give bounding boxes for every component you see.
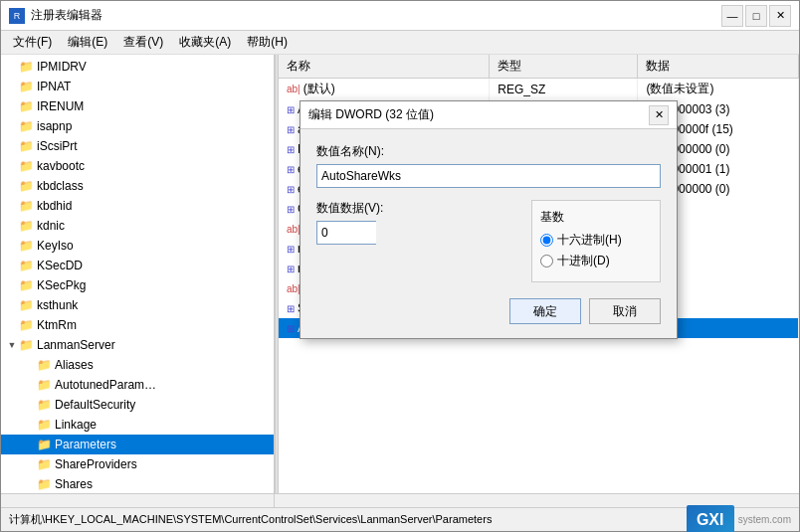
expand-icon[interactable] bbox=[5, 318, 19, 332]
logo-area: GXI system.com bbox=[687, 505, 791, 533]
tree-item[interactable]: 📁IRENUM bbox=[1, 96, 274, 116]
col-type[interactable]: 类型 bbox=[490, 55, 638, 79]
tree-item[interactable]: 📁kbdhid bbox=[1, 196, 274, 216]
tree-item-label: kbdhid bbox=[37, 199, 72, 213]
radio-dec-label[interactable]: 十进制(D) bbox=[557, 253, 610, 269]
name-input[interactable] bbox=[316, 164, 661, 188]
folder-icon: 📁 bbox=[37, 457, 52, 471]
menu-favorites[interactable]: 收藏夹(A) bbox=[171, 31, 239, 54]
folder-icon: 📁 bbox=[19, 99, 34, 113]
radio-hex[interactable] bbox=[540, 234, 553, 247]
menu-help[interactable]: 帮助(H) bbox=[239, 31, 296, 54]
folder-icon: 📁 bbox=[19, 338, 34, 352]
tree-item[interactable]: 📁kdnic bbox=[1, 216, 274, 236]
confirm-button[interactable]: 确定 bbox=[509, 298, 581, 324]
type-icon: ⊞ bbox=[287, 164, 295, 175]
tree-item-label: IRENUM bbox=[37, 99, 84, 113]
expand-icon[interactable] bbox=[5, 259, 19, 272]
tree-item-label: kavbootc bbox=[37, 159, 85, 173]
value-input[interactable] bbox=[316, 221, 376, 245]
base-section: 基数 十六进制(H) 十进制(D) bbox=[531, 200, 661, 282]
radio-hex-row: 十六进制(H) bbox=[540, 232, 652, 249]
tree-item-label: Shares bbox=[55, 477, 93, 491]
radio-hex-label[interactable]: 十六进制(H) bbox=[557, 232, 622, 249]
tree-item[interactable]: 📁KSecPkg bbox=[1, 275, 274, 295]
menu-file[interactable]: 文件(F) bbox=[5, 31, 60, 54]
tree-item-label: KtmRm bbox=[37, 318, 77, 332]
type-icon: ab| bbox=[287, 84, 300, 94]
col-name[interactable]: 名称 bbox=[279, 55, 490, 79]
expand-icon[interactable] bbox=[5, 179, 19, 193]
type-icon: ⊞ bbox=[287, 104, 295, 115]
minimize-button[interactable]: — bbox=[721, 5, 743, 27]
expand-icon[interactable] bbox=[5, 199, 19, 213]
tree-item[interactable]: 📁kbdclass bbox=[1, 176, 274, 196]
tree-item-label: Aliases bbox=[55, 358, 94, 372]
cancel-button[interactable]: 取消 bbox=[589, 298, 661, 324]
expand-icon[interactable] bbox=[23, 398, 37, 412]
expand-icon[interactable] bbox=[5, 99, 19, 113]
tree-item[interactable]: 📁IPNAT bbox=[1, 77, 274, 96]
expand-icon[interactable] bbox=[5, 80, 19, 93]
tree-item[interactable]: 📁Parameters bbox=[1, 435, 274, 454]
expand-icon[interactable] bbox=[5, 139, 19, 153]
tree-item[interactable]: 📁isapnp bbox=[1, 116, 274, 136]
tree-panel[interactable]: 📁IPMIDRV📁IPNAT📁IRENUM📁isapnp📁iScsiPrt📁ka… bbox=[1, 55, 275, 493]
tree-item[interactable]: 📁ksthunk bbox=[1, 295, 274, 315]
tree-item[interactable]: 📁Aliases bbox=[1, 355, 274, 375]
tree-item[interactable]: 📁iScsiPrt bbox=[1, 136, 274, 156]
expand-icon[interactable] bbox=[23, 457, 37, 471]
expand-icon[interactable] bbox=[5, 119, 19, 133]
tree-scrollbar[interactable] bbox=[1, 494, 275, 507]
menu-edit[interactable]: 编辑(E) bbox=[60, 31, 115, 54]
expand-icon[interactable] bbox=[23, 477, 37, 491]
folder-icon: 📁 bbox=[19, 278, 34, 292]
menu-view[interactable]: 查看(V) bbox=[115, 31, 171, 54]
expand-icon[interactable] bbox=[5, 239, 19, 253]
folder-icon: 📁 bbox=[19, 179, 34, 193]
folder-icon: 📁 bbox=[19, 219, 34, 233]
expand-icon[interactable] bbox=[23, 378, 37, 392]
tree-item[interactable]: 📁AutotunedParam… bbox=[1, 375, 274, 395]
name-label: 数值名称(N): bbox=[316, 143, 661, 160]
expand-icon[interactable] bbox=[23, 418, 37, 432]
tree-item-label: IPMIDRV bbox=[37, 60, 87, 74]
folder-icon: 📁 bbox=[37, 358, 52, 372]
tree-item-label: Linkage bbox=[55, 418, 97, 432]
type-icon: ⊞ bbox=[287, 323, 295, 334]
expand-icon[interactable]: ▼ bbox=[5, 338, 19, 352]
tree-item[interactable]: 📁DefaultSecurity bbox=[1, 395, 274, 415]
tree-item-label: ShareProviders bbox=[55, 457, 137, 471]
col-data[interactable]: 数据 bbox=[638, 55, 799, 79]
folder-icon: 📁 bbox=[19, 199, 34, 213]
dialog-close-button[interactable]: ✕ bbox=[649, 105, 669, 125]
bottom-scrollbar[interactable] bbox=[1, 493, 799, 507]
tree-item[interactable]: 📁Linkage bbox=[1, 415, 274, 435]
tree-item-label: isapnp bbox=[37, 119, 72, 133]
close-button[interactable]: ✕ bbox=[769, 5, 791, 27]
value-input-row bbox=[316, 221, 515, 245]
tree-item[interactable]: ▼📁LanmanServer bbox=[1, 335, 274, 355]
table-row[interactable]: ab|(默认)REG_SZ(数值未设置) bbox=[279, 79, 799, 100]
expand-icon[interactable] bbox=[23, 438, 37, 451]
type-icon: ab| bbox=[287, 283, 300, 294]
tree-item[interactable]: 📁ShareProviders bbox=[1, 454, 274, 474]
tree-item[interactable]: 📁KeyIso bbox=[1, 236, 274, 256]
tree-item[interactable]: 📁IPMIDRV bbox=[1, 57, 274, 77]
cell-name: ab|(默认) bbox=[279, 79, 490, 100]
title-bar: R 注册表编辑器 — □ ✕ bbox=[1, 1, 799, 31]
expand-icon[interactable] bbox=[5, 159, 19, 173]
expand-icon[interactable] bbox=[23, 358, 37, 372]
expand-icon[interactable] bbox=[5, 298, 19, 312]
tree-item[interactable]: 📁KSecDD bbox=[1, 256, 274, 275]
radio-dec[interactable] bbox=[540, 255, 553, 267]
maximize-button[interactable]: □ bbox=[745, 5, 767, 27]
dialog-title-bar: 编辑 DWORD (32 位值) ✕ bbox=[300, 101, 677, 129]
tree-item[interactable]: 📁kavbootc bbox=[1, 156, 274, 176]
tree-item[interactable]: 📁Shares bbox=[1, 474, 274, 493]
expand-icon[interactable] bbox=[5, 60, 19, 74]
expand-icon[interactable] bbox=[5, 219, 19, 233]
status-bar: 计算机\HKEY_LOCAL_MACHINE\SYSTEM\CurrentCon… bbox=[1, 507, 799, 531]
expand-icon[interactable] bbox=[5, 278, 19, 292]
tree-item[interactable]: 📁KtmRm bbox=[1, 315, 274, 335]
